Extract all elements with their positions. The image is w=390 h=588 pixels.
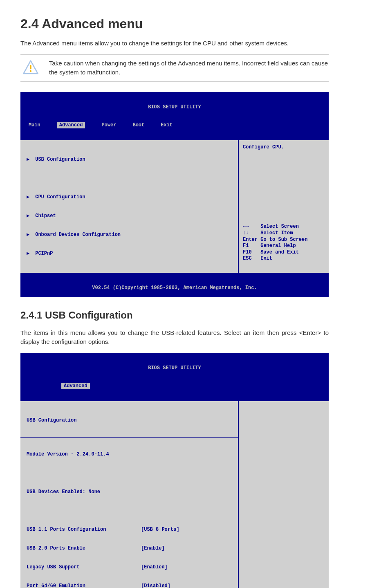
setting-label: Port 64/60 Emulation	[27, 582, 141, 588]
warning-callout: Take caution when changing the settings …	[20, 54, 329, 82]
key-help-item: Go to Sub Screen	[260, 237, 307, 242]
section-title-usb: 2.4.1 USB Configuration	[20, 310, 329, 321]
bios-title: BIOS SETUP UTILITY	[20, 103, 329, 110]
bios-left-panel: ▶ USB Configuration ▶ CPU Configuration …	[20, 140, 239, 273]
menu-item-onboard[interactable]: ▶ Onboard Devices Configuration	[27, 231, 232, 238]
warning-icon	[20, 59, 41, 76]
spacer	[27, 507, 232, 514]
setting-label: USB 1.1 Ports Configuration	[27, 526, 141, 533]
menu-item-label: Onboard Devices Configuration	[35, 232, 121, 238]
bios-tab-advanced[interactable]: Advanced	[61, 383, 90, 389]
menu-item-label: PCIPnP	[35, 251, 53, 256]
setting-legacy-usb[interactable]: Legacy USB Support[Enabled]	[27, 563, 232, 571]
setting-port6460[interactable]: Port 64/60 Emulation[Disabled]	[27, 582, 232, 588]
key-help-key: F1	[243, 243, 249, 249]
bios-title: BIOS SETUP UTILITY	[20, 364, 329, 371]
separator	[20, 437, 238, 438]
key-help-item: Exit	[260, 256, 272, 261]
bios-tab-boot[interactable]: Boot	[132, 122, 144, 128]
setting-value: [Disabled]	[141, 582, 170, 588]
setting-usb20-enable[interactable]: USB 2.0 Ports Enable[Enable]	[27, 545, 232, 552]
bios-key-help: ←→ Select Screen ↑↓ Select Item Enter Go…	[243, 218, 325, 269]
bios-tab-exit[interactable]: Exit	[161, 122, 173, 128]
setting-usb11-ports[interactable]: USB 1.1 Ports Configuration[USB 8 Ports]	[27, 526, 232, 533]
key-help-item: Save and Exit	[260, 249, 299, 255]
setting-value: [Enabled]	[141, 563, 168, 571]
intro-paragraph: The Advanced menu items allow you to cha…	[20, 39, 329, 48]
setting-label: USB 2.0 Ports Enable	[27, 545, 141, 552]
key-help-item: General Help	[260, 243, 296, 249]
bios-left-panel: USB Configuration Module Version - 2.24.…	[20, 401, 239, 588]
svg-point-2	[30, 70, 31, 72]
usb-devices-enabled: USB Devices Enabled: None	[27, 488, 232, 496]
menu-item-label: CPU Configuration	[35, 194, 85, 200]
setting-label: Legacy USB Support	[27, 563, 141, 571]
menu-item-cpu[interactable]: ▶ CPU Configuration	[27, 193, 232, 201]
menu-item-chipset[interactable]: ▶ Chipset	[27, 212, 232, 220]
bios-tab-main[interactable]: Main	[29, 122, 40, 128]
bios-tab-power[interactable]: Power	[101, 122, 116, 128]
bios-screen-usb: BIOS SETUP UTILITY Advanced USB Configur…	[20, 353, 329, 588]
key-help-item: Select Item	[260, 230, 293, 236]
spacer	[27, 469, 232, 477]
usb-intro-paragraph: The items in this menu allows you to cha…	[20, 328, 329, 347]
svg-rect-1	[30, 65, 31, 70]
menu-item-label: USB Configuration	[35, 157, 85, 162]
bios-screen-advanced: BIOS SETUP UTILITY Main Advanced Power B…	[20, 92, 329, 297]
key-help-key: F10	[243, 249, 252, 255]
menu-item-usb[interactable]: ▶ USB Configuration	[27, 156, 232, 163]
warning-text: Take caution when changing the settings …	[49, 59, 329, 77]
module-version: Module Version - 2.24.0-11.4	[27, 451, 232, 458]
page-title: 2.4 Advanced menu	[20, 16, 329, 31]
bios-help-text: Configure CPU.	[243, 144, 325, 150]
usb-config-header: USB Configuration	[27, 417, 232, 424]
bios-copyright-footer: V02.54 (C)Copyright 1985-2003, American …	[20, 284, 329, 292]
spacer	[27, 175, 232, 182]
setting-value: [Enable]	[141, 545, 165, 552]
setting-value: [USB 8 Ports]	[141, 526, 179, 533]
bios-right-panel: Configure CPU. ←→ Select Screen ↑↓ Selec…	[239, 140, 329, 273]
key-help-key: ESC	[243, 256, 252, 261]
menu-item-label: Chipset	[35, 213, 56, 219]
bios-menubar: Main Advanced Power Boot Exit	[20, 121, 329, 129]
bios-menubar: Advanced	[20, 382, 329, 390]
key-help-item: Select Screen	[260, 224, 299, 229]
bios-tab-advanced[interactable]: Advanced	[57, 122, 85, 128]
key-help-key: Enter	[243, 237, 258, 242]
menu-item-pcipnp[interactable]: ▶ PCIPnP	[27, 250, 232, 257]
bios-right-panel	[239, 401, 329, 588]
